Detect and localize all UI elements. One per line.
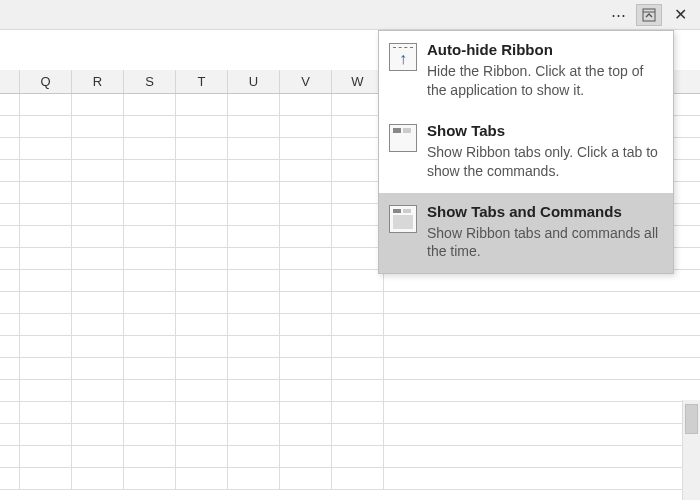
cell[interactable] xyxy=(176,424,228,445)
cell[interactable] xyxy=(332,94,384,115)
cell[interactable] xyxy=(176,468,228,489)
cell[interactable] xyxy=(176,226,228,247)
cell[interactable] xyxy=(332,138,384,159)
cell[interactable] xyxy=(176,182,228,203)
cell[interactable] xyxy=(124,94,176,115)
cell[interactable] xyxy=(124,446,176,467)
cell[interactable] xyxy=(20,226,72,247)
cell[interactable] xyxy=(124,468,176,489)
cell[interactable] xyxy=(280,336,332,357)
cell[interactable] xyxy=(228,446,280,467)
cell[interactable] xyxy=(72,380,124,401)
cell[interactable] xyxy=(228,226,280,247)
cell[interactable] xyxy=(332,380,384,401)
cell[interactable] xyxy=(72,336,124,357)
cell[interactable] xyxy=(332,270,384,291)
cell[interactable] xyxy=(280,314,332,335)
cell[interactable] xyxy=(0,424,20,445)
cell[interactable] xyxy=(228,468,280,489)
cell[interactable] xyxy=(0,446,20,467)
cell[interactable] xyxy=(228,204,280,225)
menu-item-show-tabs-and-commands[interactable]: Show Tabs and Commands Show Ribbon tabs … xyxy=(379,193,673,274)
ribbon-display-options-button[interactable] xyxy=(636,4,662,26)
cell[interactable] xyxy=(124,270,176,291)
cell[interactable] xyxy=(124,160,176,181)
cell[interactable] xyxy=(228,402,280,423)
cell[interactable] xyxy=(20,358,72,379)
cell[interactable] xyxy=(228,270,280,291)
more-options-button[interactable]: ⋯ xyxy=(604,3,632,27)
cell[interactable] xyxy=(176,94,228,115)
cell[interactable] xyxy=(124,116,176,137)
cell[interactable] xyxy=(228,160,280,181)
cell[interactable] xyxy=(176,402,228,423)
cell[interactable] xyxy=(332,314,384,335)
cell[interactable] xyxy=(228,182,280,203)
cell[interactable] xyxy=(20,336,72,357)
column-header[interactable]: Q xyxy=(20,70,72,93)
cell[interactable] xyxy=(20,314,72,335)
cell[interactable] xyxy=(72,358,124,379)
cell[interactable] xyxy=(280,424,332,445)
cell[interactable] xyxy=(124,402,176,423)
cell[interactable] xyxy=(280,270,332,291)
cell[interactable] xyxy=(124,204,176,225)
cell[interactable] xyxy=(0,402,20,423)
cell[interactable] xyxy=(0,182,20,203)
cell[interactable] xyxy=(176,248,228,269)
cell[interactable] xyxy=(20,138,72,159)
cell[interactable] xyxy=(72,468,124,489)
cell[interactable] xyxy=(72,446,124,467)
cell[interactable] xyxy=(228,116,280,137)
cell[interactable] xyxy=(176,314,228,335)
scroll-thumb[interactable] xyxy=(685,404,698,434)
cell[interactable] xyxy=(176,358,228,379)
cell[interactable] xyxy=(72,402,124,423)
cell[interactable] xyxy=(72,160,124,181)
cell[interactable] xyxy=(280,358,332,379)
cell[interactable] xyxy=(280,138,332,159)
cell[interactable] xyxy=(332,358,384,379)
cell[interactable] xyxy=(72,314,124,335)
cell[interactable] xyxy=(332,424,384,445)
cell[interactable] xyxy=(0,226,20,247)
cell[interactable] xyxy=(228,248,280,269)
cell[interactable] xyxy=(332,204,384,225)
cell[interactable] xyxy=(72,226,124,247)
cell[interactable] xyxy=(124,226,176,247)
cell[interactable] xyxy=(280,292,332,313)
cell[interactable] xyxy=(228,358,280,379)
cell[interactable] xyxy=(20,424,72,445)
cell[interactable] xyxy=(20,204,72,225)
cell[interactable] xyxy=(72,94,124,115)
cell[interactable] xyxy=(20,292,72,313)
cell[interactable] xyxy=(20,446,72,467)
cell[interactable] xyxy=(0,468,20,489)
cell[interactable] xyxy=(72,292,124,313)
cell[interactable] xyxy=(0,270,20,291)
cell[interactable] xyxy=(280,94,332,115)
column-header[interactable]: U xyxy=(228,70,280,93)
cell[interactable] xyxy=(280,160,332,181)
cell[interactable] xyxy=(0,116,20,137)
column-header[interactable]: V xyxy=(280,70,332,93)
cell[interactable] xyxy=(176,446,228,467)
cell[interactable] xyxy=(228,424,280,445)
cell[interactable] xyxy=(72,204,124,225)
cell[interactable] xyxy=(124,336,176,357)
column-header[interactable]: W xyxy=(332,70,384,93)
menu-item-show-tabs[interactable]: Show Tabs Show Ribbon tabs only. Click a… xyxy=(379,112,673,193)
cell[interactable] xyxy=(332,468,384,489)
cell[interactable] xyxy=(124,138,176,159)
cell[interactable] xyxy=(0,336,20,357)
cell[interactable] xyxy=(176,270,228,291)
cell[interactable] xyxy=(124,380,176,401)
cell[interactable] xyxy=(332,160,384,181)
cell[interactable] xyxy=(20,402,72,423)
cell[interactable] xyxy=(332,336,384,357)
cell[interactable] xyxy=(176,204,228,225)
cell[interactable] xyxy=(280,248,332,269)
cell[interactable] xyxy=(332,248,384,269)
cell[interactable] xyxy=(0,204,20,225)
cell[interactable] xyxy=(280,380,332,401)
